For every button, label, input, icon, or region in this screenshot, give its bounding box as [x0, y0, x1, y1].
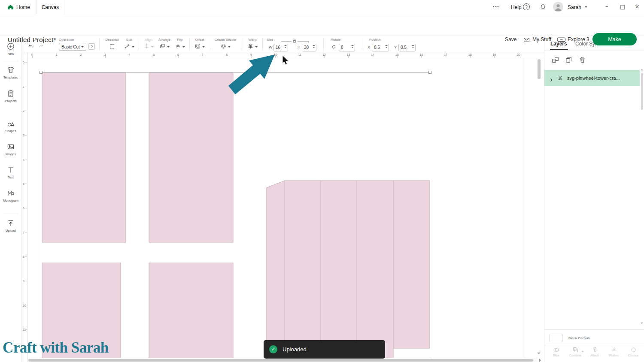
layers-panel: Layers Color Sync svg-pinwheel-tower-cra… [544, 36, 644, 362]
rotate-stepper[interactable] [351, 45, 354, 48]
edit-pencil-icon[interactable] [124, 43, 131, 49]
sidebar-item-monogram[interactable]: Monogram [0, 189, 21, 202]
make-button[interactable]: Make [592, 33, 637, 45]
ruler-left-number: 7 [23, 231, 24, 234]
create-sticker-label: Create Sticker [215, 38, 237, 42]
tool-label: Attach [590, 354, 599, 357]
images-icon [6, 142, 15, 151]
window-close-button[interactable]: × [635, 3, 640, 10]
deselect-icon[interactable] [109, 43, 115, 49]
panel-scroll-down-icon[interactable] [641, 323, 643, 325]
duplicate-icon[interactable] [565, 56, 573, 64]
size-w-field[interactable] [273, 43, 288, 51]
layer-expand-chevron-icon[interactable] [550, 76, 553, 80]
position-x-field[interactable] [372, 43, 389, 51]
scroll-right-arrow-icon[interactable] [539, 359, 543, 362]
sidebar-item-upload[interactable]: Upload [0, 219, 21, 232]
save-button[interactable]: Save [505, 36, 516, 42]
panel-scrollbar-thumb[interactable] [641, 73, 643, 110]
sidebar-item-label: Templates [3, 75, 18, 79]
rotate-label: Rotate [331, 38, 341, 42]
design-space-app: Home Canvas ••• Help ? Sarah – □ × Untit… [0, 0, 644, 362]
projects-icon [6, 89, 15, 98]
tool-label: Slice [553, 354, 559, 357]
size-h-field[interactable] [302, 43, 316, 51]
undo-icon[interactable] [27, 42, 34, 50]
window-maximize-button[interactable]: □ [620, 3, 625, 10]
user-menu-chevron-icon[interactable] [585, 6, 587, 9]
edit-chevron-icon[interactable] [132, 46, 134, 49]
sidebar-item-text[interactable]: Text [0, 166, 21, 179]
scroll-down-arrow-icon[interactable] [537, 353, 541, 356]
user-avatar[interactable] [553, 2, 563, 12]
flatten-icon [611, 346, 618, 353]
help-question-icon[interactable]: ? [523, 3, 530, 10]
layer-row[interactable]: svg-pinwheel-tower-cra... [544, 70, 640, 86]
craft-with-sarah-logo: Craft with Sarah [3, 339, 109, 356]
sidebar-item-shapes[interactable]: Shapes [0, 119, 21, 133]
operation-dropdown[interactable]: Basic Cut [59, 43, 86, 51]
flatten-button[interactable]: Flatten [605, 346, 623, 362]
create-sticker-icon[interactable] [220, 43, 227, 49]
operation-help-button[interactable]: ? [88, 43, 95, 50]
sidebar-item-new[interactable]: New [0, 42, 21, 56]
position-y-stepper[interactable] [412, 45, 414, 48]
sidebar-item-label: Upload [6, 229, 16, 232]
offset-chevron-icon[interactable] [202, 46, 205, 49]
align-chevron-icon[interactable] [151, 46, 154, 49]
canvas-shape[interactable] [266, 181, 430, 362]
contour-button[interactable]: Contour [624, 346, 643, 362]
sidebar-item-projects[interactable]: Projects [0, 89, 21, 103]
explore-button[interactable]: Explore 3 [568, 36, 589, 42]
arrange-chevron-icon[interactable] [167, 46, 170, 49]
attach-button[interactable]: Attach [585, 346, 604, 362]
warp-icon[interactable] [247, 43, 254, 49]
sidebar-item-images[interactable]: Images [0, 142, 21, 156]
help-button[interactable]: Help [511, 4, 522, 10]
window-minimize-button[interactable]: – [605, 3, 608, 9]
user-name[interactable]: Sarah [568, 4, 581, 10]
project-bar: Untitled Project* Save My Stuff Explore … [0, 14, 644, 36]
group-icon[interactable] [551, 56, 559, 64]
canvas-vertical-scrollbar[interactable] [538, 58, 541, 359]
sidebar-item-templates[interactable]: Templates [0, 66, 21, 79]
tab-canvas[interactable]: Canvas [36, 0, 64, 14]
my-stuff-button[interactable]: My Stuff [532, 36, 551, 42]
blank-canvas-label: Blank Canvas [568, 336, 589, 340]
canvas-shape[interactable] [42, 73, 126, 242]
sidebar-divider [3, 214, 18, 214]
scrollbar-thumb[interactable] [28, 359, 533, 362]
ruler-left-number: 3 [23, 133, 24, 136]
flip-chevron-icon[interactable] [182, 46, 185, 49]
delete-icon[interactable] [578, 56, 586, 64]
top-bar: Home Canvas ••• Help ? Sarah – □ × [0, 0, 644, 14]
edit-toolbar: Operation Basic Cut ? Deselect Edit Alig… [21, 36, 544, 52]
scrollbar-thumb[interactable] [538, 59, 541, 79]
combine-button[interactable]: Combine [566, 346, 585, 362]
arrange-icon[interactable] [159, 43, 166, 49]
ruler-top-number: 10 [274, 53, 277, 56]
canvas-area[interactable]: 01234567891011121314151617181920 0123456… [21, 52, 544, 362]
blank-canvas-swatch[interactable] [550, 334, 562, 342]
slice-button[interactable]: Slice [547, 346, 565, 362]
panel-scroll-up-icon[interactable] [641, 68, 643, 70]
warp-chevron-icon[interactable] [255, 46, 258, 49]
flip-icon[interactable] [175, 43, 181, 49]
size-lock-icon[interactable] [292, 38, 298, 44]
canvas-shape[interactable] [149, 73, 233, 242]
align-icon[interactable] [143, 43, 150, 49]
position-y-field[interactable] [398, 43, 416, 51]
rotate-field[interactable] [339, 43, 355, 51]
size-w-stepper[interactable] [284, 45, 287, 48]
rotate-icon[interactable] [331, 44, 337, 49]
size-h-stepper[interactable] [313, 45, 315, 48]
canvas-shape[interactable] [149, 263, 233, 362]
position-x-stepper[interactable] [385, 45, 388, 48]
redo-icon[interactable] [38, 42, 45, 50]
offset-icon[interactable] [194, 43, 201, 49]
overflow-menu-icon[interactable]: ••• [493, 5, 499, 9]
notifications-bell-icon[interactable] [539, 3, 547, 11]
layer-cut-icon [557, 75, 564, 81]
home-button[interactable]: Home [16, 4, 30, 10]
create-sticker-chevron-icon[interactable] [228, 46, 231, 49]
